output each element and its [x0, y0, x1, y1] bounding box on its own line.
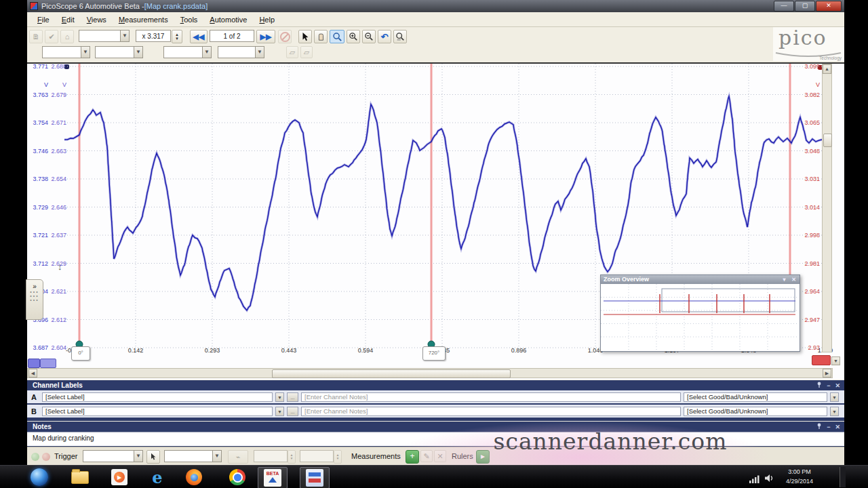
new-file-button[interactable]: 🗎 [29, 30, 43, 43]
axis-right-offset-chip[interactable] [812, 355, 831, 365]
menu-measurements[interactable]: Measurements [113, 14, 174, 26]
axis-a-offset-chip[interactable] [28, 359, 40, 368]
maximize-button[interactable]: ▢ [795, 1, 815, 12]
channel-b-more-button[interactable]: ... [287, 407, 298, 416]
taskbar-firefox[interactable] [182, 467, 206, 487]
horizontal-scrollbar[interactable]: ◀ ▶ [27, 368, 833, 378]
zoom-out-tool[interactable] [362, 30, 376, 43]
channel-b-rating-field[interactable]: [Select Good/Bad/Unknown] [684, 407, 827, 416]
menu-tools[interactable]: Tools [174, 14, 204, 26]
channel-c-tool-button[interactable]: ▱ [286, 46, 298, 58]
channel-a-notes-field[interactable]: [Enter Channel Notes] [301, 392, 681, 402]
channel-b-rating-dropdown-arrow[interactable]: ▼ [830, 407, 839, 416]
zoom-overview-close-button[interactable]: ✕ [789, 276, 798, 283]
pretrigger-spinner[interactable] [300, 450, 334, 462]
show-desktop-button[interactable] [840, 467, 846, 487]
scroll-right-arrow[interactable]: ▶ [823, 369, 831, 378]
zoom-factor-field[interactable]: x 3.317 [136, 30, 171, 42]
channel-b-label2-dropdown[interactable] [218, 46, 256, 58]
channel-a-more-button[interactable]: ... [287, 392, 298, 402]
pin-icon[interactable] [816, 422, 822, 432]
start-button[interactable] [27, 467, 52, 487]
menu-edit[interactable]: Edit [56, 14, 81, 26]
overview-selection-rect[interactable] [662, 289, 795, 312]
menu-views[interactable]: Views [81, 14, 113, 26]
zoom-overview-titlebar[interactable]: Zoom Overview ▾ ✕ [601, 275, 800, 284]
zoom-overview-window[interactable]: Zoom Overview ▾ ✕ [600, 274, 800, 352]
channel-a-rating-dropdown-arrow[interactable]: ▼ [830, 392, 839, 402]
start-capture-icon[interactable] [31, 453, 39, 461]
vertical-scroll-thumb[interactable] [823, 134, 832, 147]
undo-zoom-button[interactable]: ↶ [378, 30, 391, 43]
preset-dropdown[interactable] [79, 30, 121, 42]
pretrigger-arrows[interactable]: ▲▼ [334, 450, 342, 464]
home-button[interactable]: ⌂ [60, 30, 74, 43]
channel-a-label-arrow[interactable]: ▼ [81, 46, 90, 58]
channel-a-label2-arrow[interactable]: ▼ [134, 46, 143, 58]
network-tray-icon[interactable] [749, 474, 760, 486]
taskbar-internet-explorer[interactable]: e [145, 467, 170, 487]
stop-playback-button[interactable] [278, 30, 292, 43]
delete-measurement-button[interactable]: ✕ [434, 450, 446, 462]
trigger-channel-dropdown[interactable] [164, 450, 213, 462]
previous-waveform-button[interactable]: ◀◀ [190, 30, 208, 43]
taskbar-picoscope-beta-active[interactable]: BETA [258, 467, 288, 488]
channel-a-label-dropdown-arrow[interactable]: ▼ [275, 392, 284, 402]
title-bar[interactable]: PicoScope 6 Automotive Beta - [Map crank… [27, 0, 844, 12]
channel-b-label-arrow[interactable]: ▼ [203, 46, 212, 58]
notes-header[interactable]: Notes − ✕ [27, 422, 844, 432]
pin-icon[interactable] [816, 381, 822, 391]
channel-b-label-dropdown[interactable] [163, 46, 203, 58]
trigger-level-arrows[interactable]: ▲▼ [288, 450, 296, 464]
channel-b-label2-arrow[interactable]: ▼ [256, 46, 264, 58]
trigger-mode-arrow[interactable]: ▼ [134, 450, 143, 462]
channel-b-label-field[interactable]: [Select Label] [42, 407, 273, 416]
volume-tray-icon[interactable] [764, 473, 775, 485]
channel-d-tool-button[interactable]: ▱ [300, 46, 313, 58]
channel-a-label2-dropdown[interactable] [95, 46, 134, 58]
preset-dropdown-arrow[interactable]: ▼ [121, 30, 130, 42]
panel-expand-button[interactable]: » ••••••••• [26, 279, 43, 320]
trigger-edge-buttons[interactable]: ⌁ [228, 450, 248, 464]
horizontal-scroll-thumb[interactable] [272, 369, 511, 378]
rotation-ruler-tag-0[interactable]: 0° [71, 346, 90, 361]
zoom-full-button[interactable] [393, 30, 407, 43]
channel-b-label-dropdown-arrow[interactable]: ▼ [275, 407, 284, 416]
zoom-overview-collapse-button[interactable]: ▾ [780, 276, 789, 283]
save-button[interactable]: ✔ [45, 30, 58, 43]
axis-right-dropdown-arrow[interactable]: ▼ [831, 357, 840, 365]
scroll-left-arrow[interactable]: ◀ [28, 369, 37, 378]
trigger-source-button[interactable] [146, 450, 160, 464]
minimize-panel-icon[interactable]: − [827, 422, 830, 432]
vertical-scrollbar[interactable]: ▲ [822, 64, 832, 352]
menu-help[interactable]: Help [253, 14, 281, 26]
close-button[interactable]: ✕ [816, 1, 842, 12]
close-panel-icon[interactable]: ✕ [835, 381, 840, 391]
taskbar-clock[interactable]: 3:00 PM 4/29/2014 [777, 467, 822, 486]
menu-automotive[interactable]: Automotive [203, 14, 253, 26]
notes-text-field[interactable]: Map during cranking [27, 432, 844, 446]
window-zoom-tool-selected[interactable] [330, 30, 344, 43]
channel-a-label-field[interactable]: [Select Label] [42, 392, 273, 402]
edit-measurement-button[interactable]: ✎ [420, 450, 433, 462]
waveform-page-field[interactable]: 1 of 2 [210, 30, 254, 42]
zoom-overview-plot[interactable] [601, 284, 798, 350]
minimize-button[interactable]: — [774, 1, 794, 12]
taskbar-explorer[interactable] [68, 467, 92, 487]
channel-a-label-dropdown[interactable] [42, 46, 81, 58]
add-ruler-button[interactable]: ▸ [476, 450, 490, 464]
rotation-ruler-tag-720[interactable]: 720° [422, 346, 446, 361]
normal-selection-tool[interactable] [298, 30, 312, 43]
scroll-up-arrow[interactable]: ▲ [823, 64, 831, 74]
close-panel-icon[interactable]: ✕ [835, 422, 840, 432]
add-measurement-button[interactable]: + [406, 450, 419, 464]
channel-a-rating-field[interactable]: [Select Good/Bad/Unknown] [684, 392, 827, 402]
stop-capture-icon[interactable] [42, 453, 50, 461]
channel-labels-header[interactable]: Channel Labels − ✕ [27, 380, 844, 390]
trigger-mode-dropdown[interactable] [83, 450, 134, 462]
taskbar-media-player[interactable]: ▶ [107, 467, 132, 487]
menu-file[interactable]: File [31, 14, 56, 26]
pan-tool[interactable] [314, 30, 328, 43]
taskbar-chrome[interactable] [225, 467, 250, 487]
trigger-channel-arrow[interactable]: ▼ [213, 450, 222, 462]
